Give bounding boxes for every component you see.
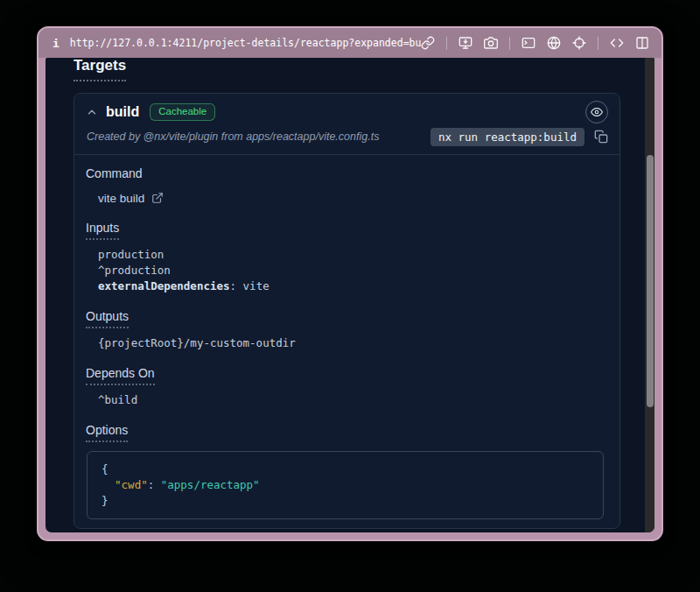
depends-on-list: ^build [98, 392, 604, 408]
targets-section: Targets build Cacheable [46, 58, 645, 532]
external-link-icon[interactable] [151, 192, 164, 204]
inputs-list: production ^production externalDependenc… [98, 247, 604, 294]
run-command-chip[interactable]: nx run reactapp:build [430, 128, 584, 146]
page-title: Targets [74, 58, 126, 81]
scrollbar-track[interactable] [645, 58, 654, 532]
created-by-note: Created by @nx/vite/plugin from apps/rea… [87, 130, 379, 143]
code-icon[interactable] [610, 36, 624, 50]
globe-icon[interactable] [547, 36, 561, 50]
eye-icon [591, 106, 603, 118]
copy-icon[interactable] [594, 130, 608, 144]
input-item: production [98, 247, 604, 263]
input-item: ^production [98, 263, 604, 278]
toolbar-divider [446, 37, 447, 50]
options-json-box: { "cwd": "apps/reactapp" } [87, 451, 604, 519]
build-card-header: build Cacheable Created by @nx/vite/plug… [74, 94, 620, 154]
project-details-page: Targets build Cacheable [46, 58, 654, 532]
command-label: Command [86, 166, 604, 181]
json-value: "apps/reactapp" [161, 478, 260, 491]
toolbar-divider [598, 37, 598, 50]
json-cwd-line: "cwd": "apps/reactapp" [102, 477, 589, 493]
json-close-brace: } [102, 493, 589, 509]
output-item: {projectRoot}/my-custom-outdir [98, 335, 604, 351]
link-icon[interactable] [421, 36, 435, 50]
target-card-build: build Cacheable Created by @nx/vite/plug… [74, 93, 620, 529]
json-open-brace: { [102, 462, 589, 477]
toolbar-divider [509, 37, 510, 50]
build-card-body: Command vite build Inputs production ^pr… [74, 155, 620, 528]
scrollbar-thumb[interactable] [647, 155, 654, 407]
camera-icon[interactable] [484, 36, 498, 50]
view-graph-button[interactable] [585, 101, 608, 123]
crosshair-icon[interactable] [572, 36, 586, 50]
info-icon: i [52, 37, 60, 50]
json-key: "cwd" [115, 478, 148, 491]
inputs-label: Inputs [86, 220, 604, 240]
terminal-icon[interactable] [522, 36, 536, 50]
depends-on-item: ^build [98, 392, 604, 408]
split-panel-icon[interactable] [635, 36, 649, 50]
browser-toolbar: i http://127.0.0.1:4211/project-details/… [38, 28, 662, 58]
depends-on-label: Depends On [86, 365, 604, 385]
chevron-up-icon[interactable] [86, 106, 98, 118]
url-bar[interactable]: http://127.0.0.1:4211/project-details/re… [70, 37, 421, 49]
options-label: Options [86, 422, 604, 442]
app-window: i http://127.0.0.1:4211/project-details/… [37, 26, 663, 541]
command-value: vite build [98, 192, 144, 205]
screenshot-download-icon[interactable] [458, 36, 472, 50]
outputs-list: {projectRoot}/my-custom-outdir [98, 335, 604, 351]
input-item: externalDependencies: vite [98, 278, 604, 294]
target-name[interactable]: build [106, 104, 139, 120]
outputs-label: Outputs [86, 308, 604, 328]
toolbar-actions [421, 36, 649, 50]
cacheable-badge: Cacheable [150, 103, 215, 122]
